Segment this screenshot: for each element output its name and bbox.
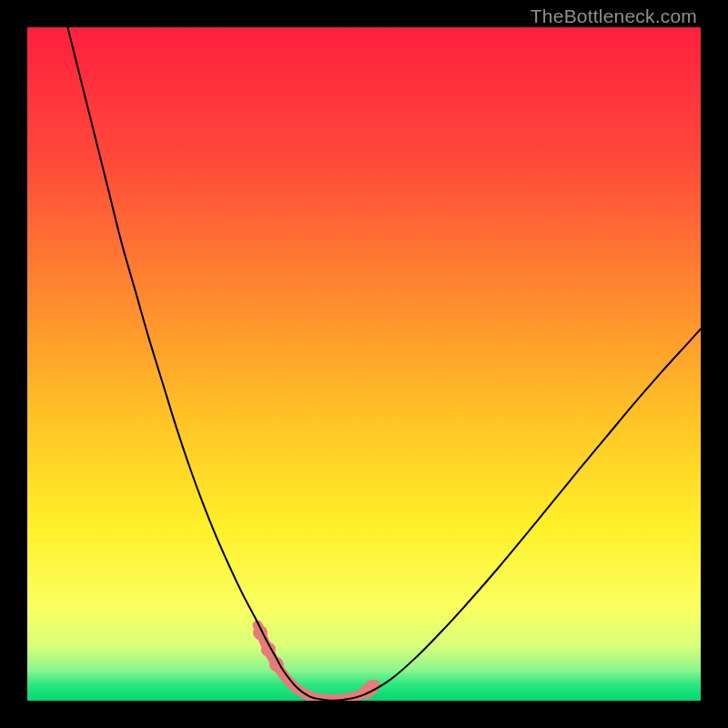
main-curve xyxy=(67,27,701,701)
watermark-text: TheBottleneck.com xyxy=(531,5,697,27)
curve-layer xyxy=(27,27,701,701)
chart-frame: TheBottleneck.com xyxy=(0,0,728,728)
highlight-dots xyxy=(253,625,379,699)
plot-area xyxy=(27,27,701,701)
